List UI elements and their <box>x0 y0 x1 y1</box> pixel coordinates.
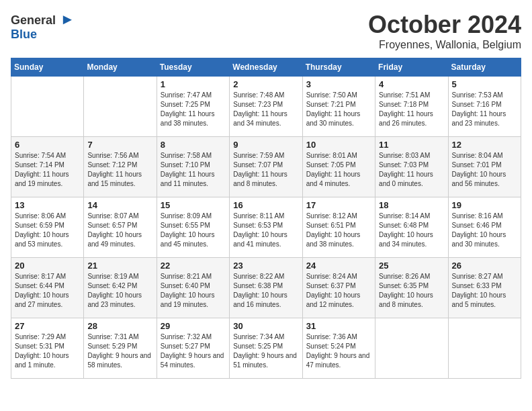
calendar-cell: 17Sunrise: 8:12 AM Sunset: 6:51 PM Dayli… <box>302 197 375 258</box>
day-number: 1 <box>161 79 226 89</box>
calendar-cell: 9Sunrise: 7:59 AM Sunset: 7:07 PM Daylig… <box>230 137 302 197</box>
day-info: Sunrise: 8:17 AM Sunset: 6:44 PM Dayligh… <box>15 272 80 310</box>
day-info: Sunrise: 7:36 AM Sunset: 5:24 PM Dayligh… <box>306 332 371 370</box>
calendar-cell: 13Sunrise: 8:06 AM Sunset: 6:59 PM Dayli… <box>11 197 84 258</box>
title-block: October 2024 Froyennes, Wallonia, Belgiu… <box>368 11 521 51</box>
calendar-cell: 24Sunrise: 8:24 AM Sunset: 6:37 PM Dayli… <box>302 258 375 318</box>
calendar-cell: 3Sunrise: 7:50 AM Sunset: 7:21 PM Daylig… <box>302 77 375 137</box>
location-title: Froyennes, Wallonia, Belgium <box>368 39 521 51</box>
day-number: 21 <box>87 261 152 271</box>
day-number: 4 <box>379 79 444 89</box>
day-info: Sunrise: 7:58 AM Sunset: 7:10 PM Dayligh… <box>161 151 226 189</box>
day-info: Sunrise: 8:03 AM Sunset: 7:03 PM Dayligh… <box>379 151 444 189</box>
logo-text-blue: Blue <box>11 28 37 41</box>
day-number: 10 <box>306 140 371 150</box>
calendar-week-row: 6Sunrise: 7:54 AM Sunset: 7:14 PM Daylig… <box>11 137 521 197</box>
calendar-cell: 31Sunrise: 7:36 AM Sunset: 5:24 PM Dayli… <box>302 318 375 379</box>
day-info: Sunrise: 7:32 AM Sunset: 5:27 PM Dayligh… <box>161 332 226 370</box>
day-info: Sunrise: 8:26 AM Sunset: 6:35 PM Dayligh… <box>379 272 444 310</box>
day-info: Sunrise: 7:53 AM Sunset: 7:16 PM Dayligh… <box>452 91 517 128</box>
calendar-cell: 12Sunrise: 8:04 AM Sunset: 7:01 PM Dayli… <box>448 137 521 197</box>
day-info: Sunrise: 8:04 AM Sunset: 7:01 PM Dayligh… <box>452 151 517 189</box>
day-info: Sunrise: 8:06 AM Sunset: 6:59 PM Dayligh… <box>15 212 80 249</box>
day-number: 24 <box>306 261 371 271</box>
page-header: General ► Blue October 2024 Froyennes, W… <box>11 11 521 51</box>
day-number: 22 <box>161 261 226 271</box>
weekday-header-saturday: Saturday <box>448 58 521 77</box>
day-number: 23 <box>233 261 298 271</box>
calendar-week-row: 27Sunrise: 7:29 AM Sunset: 5:31 PM Dayli… <box>11 318 521 379</box>
logo: General ► Blue <box>11 11 75 41</box>
day-number: 31 <box>306 321 371 331</box>
weekday-header-tuesday: Tuesday <box>157 58 229 77</box>
calendar-cell: 22Sunrise: 8:21 AM Sunset: 6:40 PM Dayli… <box>157 258 229 318</box>
day-number: 14 <box>87 200 152 210</box>
calendar-cell: 8Sunrise: 7:58 AM Sunset: 7:10 PM Daylig… <box>157 137 229 197</box>
calendar-cell: 2Sunrise: 7:48 AM Sunset: 7:23 PM Daylig… <box>230 77 302 137</box>
calendar-cell: 11Sunrise: 8:03 AM Sunset: 7:03 PM Dayli… <box>375 137 448 197</box>
day-number: 6 <box>15 140 80 150</box>
calendar-cell: 4Sunrise: 7:51 AM Sunset: 7:18 PM Daylig… <box>375 77 448 137</box>
calendar-cell: 7Sunrise: 7:56 AM Sunset: 7:12 PM Daylig… <box>84 137 157 197</box>
calendar-cell: 25Sunrise: 8:26 AM Sunset: 6:35 PM Dayli… <box>375 258 448 318</box>
calendar-cell <box>11 77 84 137</box>
day-info: Sunrise: 7:47 AM Sunset: 7:25 PM Dayligh… <box>161 91 226 128</box>
calendar-cell: 28Sunrise: 7:31 AM Sunset: 5:29 PM Dayli… <box>84 318 157 379</box>
calendar-cell <box>448 318 521 379</box>
calendar-cell: 30Sunrise: 7:34 AM Sunset: 5:25 PM Dayli… <box>230 318 302 379</box>
day-number: 30 <box>233 321 298 331</box>
day-info: Sunrise: 8:19 AM Sunset: 6:42 PM Dayligh… <box>87 272 152 310</box>
day-info: Sunrise: 8:22 AM Sunset: 6:38 PM Dayligh… <box>233 272 298 310</box>
logo-mark: General ► <box>11 11 75 28</box>
month-title: October 2024 <box>368 11 521 39</box>
day-info: Sunrise: 8:21 AM Sunset: 6:40 PM Dayligh… <box>161 272 226 310</box>
day-number: 18 <box>379 200 444 210</box>
day-number: 29 <box>161 321 226 331</box>
day-info: Sunrise: 8:12 AM Sunset: 6:51 PM Dayligh… <box>306 212 371 249</box>
day-info: Sunrise: 8:14 AM Sunset: 6:48 PM Dayligh… <box>379 212 444 249</box>
calendar-cell: 23Sunrise: 8:22 AM Sunset: 6:38 PM Dayli… <box>230 258 302 318</box>
day-info: Sunrise: 8:11 AM Sunset: 6:53 PM Dayligh… <box>233 212 298 249</box>
day-number: 28 <box>87 321 152 331</box>
day-info: Sunrise: 7:31 AM Sunset: 5:29 PM Dayligh… <box>87 332 152 370</box>
day-info: Sunrise: 7:48 AM Sunset: 7:23 PM Dayligh… <box>233 91 298 128</box>
day-number: 12 <box>452 140 517 150</box>
calendar-cell: 1Sunrise: 7:47 AM Sunset: 7:25 PM Daylig… <box>157 77 229 137</box>
day-info: Sunrise: 8:16 AM Sunset: 6:46 PM Dayligh… <box>452 212 517 249</box>
day-info: Sunrise: 8:27 AM Sunset: 6:33 PM Dayligh… <box>452 272 517 310</box>
day-number: 16 <box>233 200 298 210</box>
day-number: 5 <box>452 79 517 89</box>
day-info: Sunrise: 8:07 AM Sunset: 6:57 PM Dayligh… <box>87 212 152 249</box>
weekday-header-row: SundayMondayTuesdayWednesdayThursdayFrid… <box>11 58 521 77</box>
day-number: 9 <box>233 140 298 150</box>
day-info: Sunrise: 7:59 AM Sunset: 7:07 PM Dayligh… <box>233 151 298 189</box>
day-number: 8 <box>161 140 226 150</box>
logo-text-general: General <box>11 13 56 27</box>
calendar-cell: 19Sunrise: 8:16 AM Sunset: 6:46 PM Dayli… <box>448 197 521 258</box>
calendar-cell: 15Sunrise: 8:09 AM Sunset: 6:55 PM Dayli… <box>157 197 229 258</box>
day-number: 17 <box>306 200 371 210</box>
day-number: 20 <box>15 261 80 271</box>
calendar-cell: 29Sunrise: 7:32 AM Sunset: 5:27 PM Dayli… <box>157 318 229 379</box>
day-number: 19 <box>452 200 517 210</box>
day-info: Sunrise: 7:54 AM Sunset: 7:14 PM Dayligh… <box>15 151 80 189</box>
calendar-cell: 20Sunrise: 8:17 AM Sunset: 6:44 PM Dayli… <box>11 258 84 318</box>
calendar-cell: 21Sunrise: 8:19 AM Sunset: 6:42 PM Dayli… <box>84 258 157 318</box>
day-info: Sunrise: 7:51 AM Sunset: 7:18 PM Dayligh… <box>379 91 444 128</box>
day-info: Sunrise: 7:29 AM Sunset: 5:31 PM Dayligh… <box>15 332 80 370</box>
calendar-cell: 16Sunrise: 8:11 AM Sunset: 6:53 PM Dayli… <box>230 197 302 258</box>
day-number: 3 <box>306 79 371 89</box>
calendar-body: 1Sunrise: 7:47 AM Sunset: 7:25 PM Daylig… <box>11 77 521 379</box>
day-number: 11 <box>379 140 444 150</box>
calendar-cell: 26Sunrise: 8:27 AM Sunset: 6:33 PM Dayli… <box>448 258 521 318</box>
day-number: 13 <box>15 200 80 210</box>
day-number: 25 <box>379 261 444 271</box>
day-number: 26 <box>452 261 517 271</box>
day-info: Sunrise: 7:56 AM Sunset: 7:12 PM Dayligh… <box>87 151 152 189</box>
calendar-cell: 14Sunrise: 8:07 AM Sunset: 6:57 PM Dayli… <box>84 197 157 258</box>
weekday-header-sunday: Sunday <box>11 58 84 77</box>
calendar-header: SundayMondayTuesdayWednesdayThursdayFrid… <box>11 58 521 77</box>
day-number: 2 <box>233 79 298 89</box>
day-info: Sunrise: 8:01 AM Sunset: 7:05 PM Dayligh… <box>306 151 371 189</box>
calendar-cell <box>375 318 448 379</box>
